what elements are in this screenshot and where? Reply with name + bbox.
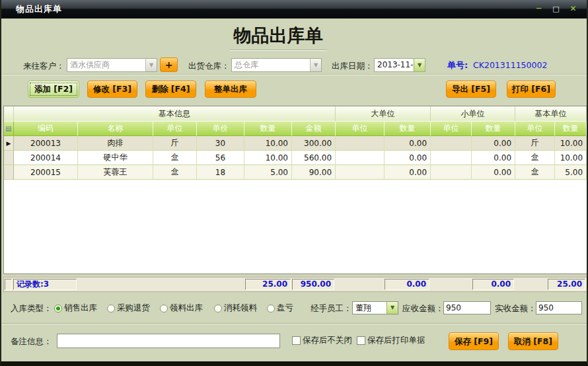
- radio-purchase-return[interactable]: 采购退货: [107, 303, 150, 314]
- received-input[interactable]: [536, 301, 582, 314]
- divider: [1, 74, 587, 75]
- table-row[interactable]: 200014 硬中华 盒 56 10.00 560.00 0.00 0.00 盒…: [4, 151, 587, 165]
- cell-small-unit[interactable]: [431, 136, 472, 151]
- chevron-down-icon[interactable]: ▼: [145, 59, 157, 71]
- grid-icon: ▤: [4, 122, 14, 136]
- cell-base-unit[interactable]: 盒: [515, 151, 555, 165]
- cell-code[interactable]: 200015: [14, 165, 78, 180]
- radio-icon[interactable]: [160, 305, 168, 312]
- minimize-icon[interactable]: ─: [533, 4, 544, 15]
- checkbox-no-close[interactable]: 保存后不关闭: [292, 335, 352, 346]
- radio-label: 采购退货: [117, 303, 150, 314]
- receivable-label: 应收金额：: [402, 303, 444, 314]
- cell-unit[interactable]: 斤: [153, 136, 197, 151]
- radio-consume[interactable]: 消耗领料: [214, 303, 257, 314]
- radio-inventory-loss[interactable]: 盘亏: [267, 303, 293, 314]
- cell-base-qty[interactable]: 5.00: [555, 165, 587, 180]
- cell-code[interactable]: 200013: [14, 136, 78, 151]
- cell-big-unit[interactable]: [336, 151, 385, 165]
- cell-big-unit[interactable]: [336, 165, 385, 180]
- group-base-unit: 基本单位: [515, 106, 587, 122]
- warehouse-combobox[interactable]: 总仓库 ▼: [231, 58, 322, 72]
- receivable-input[interactable]: [443, 301, 491, 314]
- maximize-icon[interactable]: □: [550, 4, 562, 15]
- cell-base-qty[interactable]: 10.00: [555, 151, 587, 165]
- received-label: 实收金额：: [495, 303, 536, 314]
- cell-small-qty[interactable]: 0.00: [472, 151, 515, 165]
- radio-icon[interactable]: [107, 305, 115, 312]
- cell-code[interactable]: 200014: [14, 151, 78, 165]
- add-customer-button[interactable]: +: [160, 57, 178, 72]
- col-price: 单价: [197, 122, 244, 136]
- group-small-unit: 小单位: [431, 106, 515, 122]
- edit-button[interactable]: 修改 [F3]: [87, 81, 137, 98]
- col-small-qty: 数量: [472, 122, 515, 136]
- cell-base-unit[interactable]: 斤: [515, 136, 555, 151]
- table-row[interactable]: 200015 芙蓉王 盒 18 5.00 90.00 0.00 0.00 盒 5…: [4, 165, 587, 180]
- cell-name[interactable]: 肉排: [78, 136, 153, 151]
- col-small-unit: 单位: [431, 122, 472, 136]
- cell-small-unit[interactable]: [431, 165, 472, 180]
- cell-amount[interactable]: 90.00: [292, 165, 336, 180]
- radio-label: 销售出库: [64, 303, 97, 314]
- cell-small-qty[interactable]: 0.00: [472, 165, 515, 180]
- cell-big-qty[interactable]: 0.00: [385, 136, 431, 151]
- cell-unit[interactable]: 盒: [153, 165, 197, 180]
- cell-price[interactable]: 18: [197, 165, 244, 180]
- radio-sales-out[interactable]: 销售出库: [54, 303, 97, 314]
- cell-big-qty[interactable]: 0.00: [385, 165, 431, 180]
- cell-price[interactable]: 30: [197, 136, 244, 151]
- add-button[interactable]: 添加 [F2]: [28, 81, 79, 98]
- cell-base-unit[interactable]: 盒: [515, 165, 555, 180]
- radio-material-out[interactable]: 领料出库: [160, 303, 203, 314]
- cell-unit[interactable]: 盒: [153, 151, 197, 165]
- col-qty: 数量: [244, 122, 292, 136]
- cell-name[interactable]: 芙蓉王: [78, 165, 153, 180]
- base-qty-total: 25.00: [548, 279, 585, 290]
- page-title: 物品出库单: [1, 24, 555, 50]
- big-qty-total: 0.00: [385, 279, 429, 290]
- cell-price[interactable]: 56: [197, 151, 244, 165]
- cell-amount[interactable]: 560.00: [292, 151, 336, 165]
- cell-small-unit[interactable]: [431, 151, 472, 165]
- delete-button[interactable]: 删除 [F4]: [145, 81, 196, 98]
- col-code: 编码: [14, 122, 78, 136]
- radio-icon[interactable]: [54, 305, 62, 312]
- print-button[interactable]: 打印 [F6]: [507, 81, 556, 98]
- checkbox-icon[interactable]: [357, 336, 365, 345]
- close-icon[interactable]: ✕: [568, 4, 579, 15]
- cell-base-qty[interactable]: 10.00: [555, 136, 587, 151]
- checkbox-icon[interactable]: [292, 336, 301, 345]
- whole-out-button[interactable]: 整单出库: [205, 81, 256, 98]
- warehouse-value: 总仓库: [232, 59, 321, 71]
- remark-label: 备注信息：: [11, 336, 52, 348]
- grid-group-header: 基本信息 大单位 小单位 基本单位: [4, 106, 587, 122]
- date-label: 出库日期：: [332, 59, 373, 73]
- radio-icon[interactable]: [267, 305, 275, 312]
- save-button[interactable]: 保存 [F9]: [449, 332, 499, 350]
- table-row[interactable]: ▶ 200013 肉排 斤 30 10.00 300.00 0.00 0.00 …: [4, 136, 587, 151]
- cell-qty[interactable]: 10.00: [244, 151, 292, 165]
- chevron-down-icon[interactable]: ▼: [310, 59, 321, 71]
- checkbox-print-after-save[interactable]: 保存后打印单据: [357, 335, 425, 346]
- cell-name[interactable]: 硬中华: [78, 151, 153, 165]
- chevron-down-icon[interactable]: ▼: [386, 302, 398, 314]
- chevron-down-icon[interactable]: ▼: [414, 59, 425, 71]
- employee-combobox[interactable]: 董翔 ▼: [352, 301, 398, 314]
- remark-input[interactable]: [57, 334, 280, 348]
- cell-qty[interactable]: 5.00: [244, 165, 292, 180]
- checkbox-label: 保存后打印单据: [367, 335, 425, 346]
- col-base-qty: 数量: [555, 122, 587, 136]
- cancel-button[interactable]: 取消 [F8]: [508, 332, 558, 350]
- customer-combobox[interactable]: 酒水供应商 ▼: [67, 58, 157, 72]
- export-button[interactable]: 导出 [F5]: [446, 81, 496, 98]
- cell-big-qty[interactable]: 0.00: [385, 151, 431, 165]
- col-unit: 单位: [153, 122, 197, 136]
- cell-amount[interactable]: 300.00: [292, 136, 336, 151]
- cell-big-unit[interactable]: [336, 136, 385, 151]
- radio-icon[interactable]: [214, 305, 222, 312]
- date-picker[interactable]: 2013-11-15 ▼: [374, 58, 425, 72]
- cell-small-qty[interactable]: 0.00: [472, 136, 515, 151]
- cell-qty[interactable]: 10.00: [244, 136, 292, 151]
- window-title: 物品出库单: [16, 3, 62, 15]
